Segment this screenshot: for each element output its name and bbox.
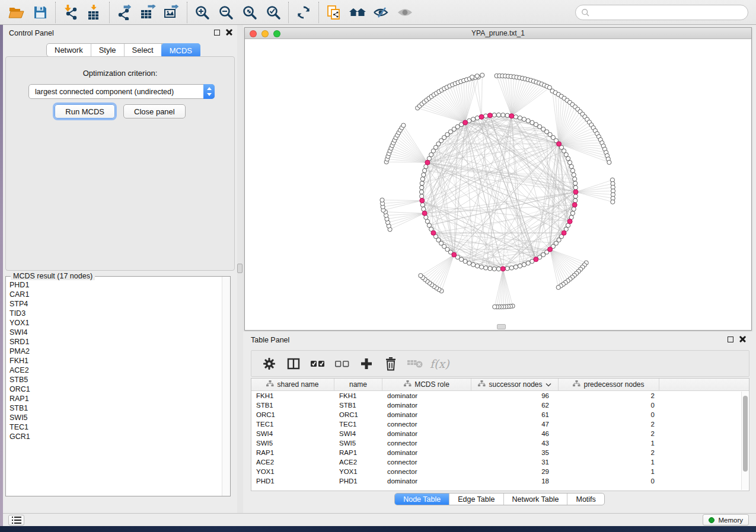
network-window-titlebar[interactable]: YPA_prune.txt_1 bbox=[245, 28, 751, 39]
network-node[interactable] bbox=[467, 261, 471, 265]
zoom-out-button[interactable] bbox=[214, 2, 238, 23]
select-all-button[interactable] bbox=[308, 353, 327, 374]
network-node[interactable] bbox=[505, 267, 509, 271]
network-node[interactable] bbox=[419, 274, 423, 278]
table-row[interactable]: PHD1PHD1dominator180 bbox=[251, 476, 749, 486]
table-cell[interactable]: ORC1 bbox=[251, 411, 334, 418]
table-cell[interactable]: 1 bbox=[559, 440, 659, 447]
table-cell[interactable]: 2 bbox=[559, 421, 659, 428]
network-node[interactable] bbox=[518, 116, 522, 120]
tab-network-table[interactable]: Network Table bbox=[504, 493, 568, 505]
table-cell[interactable]: 61 bbox=[471, 411, 559, 418]
mcds-result-item[interactable]: PHD1 bbox=[6, 280, 222, 290]
table-cell[interactable]: SWI5 bbox=[251, 440, 334, 447]
column-header-mcds-role[interactable]: MCDS role bbox=[382, 379, 471, 390]
network-node[interactable] bbox=[493, 305, 497, 309]
table-row[interactable]: FKH1FKH1dominator962 bbox=[251, 391, 749, 400]
network-hub-node[interactable] bbox=[562, 230, 566, 235]
search-box[interactable] bbox=[575, 5, 748, 20]
network-node[interactable] bbox=[420, 203, 425, 207]
network-node[interactable] bbox=[509, 266, 513, 270]
network-node[interactable] bbox=[573, 194, 578, 198]
network-node[interactable] bbox=[422, 173, 426, 177]
network-node[interactable] bbox=[513, 115, 518, 119]
table-cell[interactable]: 2 bbox=[559, 449, 659, 456]
table-cell[interactable]: 35 bbox=[471, 449, 559, 456]
tab-network[interactable]: Network bbox=[47, 44, 91, 56]
table-cell[interactable]: 46 bbox=[471, 430, 559, 437]
table-cell[interactable]: ACE2 bbox=[251, 459, 334, 466]
network-hub-node[interactable] bbox=[567, 219, 572, 224]
network-node[interactable] bbox=[420, 194, 424, 198]
mcds-result-item[interactable]: GCR1 bbox=[6, 432, 222, 441]
network-node[interactable] bbox=[475, 116, 479, 120]
network-node[interactable] bbox=[496, 267, 500, 271]
table-cell[interactable]: FKH1 bbox=[334, 392, 382, 399]
network-node[interactable] bbox=[569, 165, 573, 169]
network-node[interactable] bbox=[526, 118, 530, 123]
network-hub-node[interactable] bbox=[431, 230, 436, 235]
table-cell[interactable]: 31 bbox=[471, 459, 559, 466]
network-node[interactable] bbox=[611, 200, 615, 204]
split-panel-button[interactable] bbox=[284, 353, 303, 374]
network-hub-node[interactable] bbox=[425, 160, 430, 165]
network-node[interactable] bbox=[427, 223, 431, 227]
network-node[interactable] bbox=[570, 168, 575, 172]
memory-button[interactable]: Memory bbox=[703, 514, 749, 525]
table-row[interactable]: ACE2ACE2connector311 bbox=[251, 457, 749, 467]
table-settings-button[interactable] bbox=[260, 353, 279, 374]
network-node[interactable] bbox=[572, 207, 576, 211]
zoom-in-button[interactable] bbox=[190, 2, 214, 23]
search-input[interactable] bbox=[590, 7, 748, 18]
function-builder-icon[interactable]: f(x) bbox=[430, 357, 449, 370]
table-row[interactable]: ORC1ORC1dominator610 bbox=[251, 410, 749, 419]
table-cell[interactable]: STB1 bbox=[334, 402, 382, 409]
network-hub-node[interactable] bbox=[509, 114, 514, 118]
network-canvas-resize-handle[interactable] bbox=[497, 324, 506, 329]
mcds-result-item[interactable]: STB5 bbox=[6, 375, 222, 384]
table-cell[interactable]: dominator bbox=[382, 392, 471, 399]
table-cell[interactable]: RAP1 bbox=[334, 449, 382, 456]
import-network-button[interactable] bbox=[59, 2, 82, 23]
table-cell[interactable]: 2 bbox=[559, 430, 659, 437]
mcds-result-item[interactable]: RAP1 bbox=[6, 394, 222, 403]
column-header-successor-nodes[interactable]: successor nodes bbox=[471, 379, 559, 390]
mcds-result-item[interactable]: SRD1 bbox=[6, 337, 222, 347]
network-node[interactable] bbox=[471, 117, 476, 121]
network-canvas[interactable] bbox=[245, 39, 751, 330]
tab-edge-table[interactable]: Edge Table bbox=[449, 493, 503, 505]
network-hub-node[interactable] bbox=[557, 142, 562, 146]
network-hub-node[interactable] bbox=[479, 114, 484, 119]
table-cell[interactable]: RAP1 bbox=[251, 449, 334, 456]
network-hub-node[interactable] bbox=[463, 120, 468, 125]
network-hub-node[interactable] bbox=[500, 267, 505, 271]
table-cell[interactable]: SWI4 bbox=[334, 430, 382, 437]
table-cell[interactable]: YOX1 bbox=[334, 468, 382, 475]
table-cell[interactable]: PHD1 bbox=[334, 477, 382, 485]
export-network-button[interactable] bbox=[113, 2, 136, 23]
network-node[interactable] bbox=[484, 266, 488, 270]
mcds-result-item[interactable]: STB1 bbox=[6, 403, 222, 413]
copy-current-style-button[interactable] bbox=[322, 2, 346, 23]
hide-selected-button[interactable] bbox=[369, 2, 393, 23]
close-traffic-light-icon[interactable] bbox=[250, 30, 257, 37]
column-header-predecessor-nodes[interactable]: predecessor nodes bbox=[559, 379, 659, 390]
table-cell[interactable]: connector bbox=[382, 459, 471, 466]
mcds-result-item[interactable]: ORC1 bbox=[6, 384, 222, 394]
table-cell[interactable]: SWI4 bbox=[251, 430, 334, 437]
network-hub-node[interactable] bbox=[573, 190, 578, 194]
table-row[interactable]: YOX1YOX1connector291 bbox=[251, 467, 749, 476]
network-node[interactable] bbox=[475, 264, 479, 268]
table-cell[interactable]: 62 bbox=[471, 402, 559, 409]
network-node[interactable] bbox=[570, 211, 575, 215]
table-cell[interactable]: PHD1 bbox=[251, 477, 334, 485]
float-window-icon[interactable] bbox=[214, 30, 220, 36]
mcds-result-item[interactable]: ACE2 bbox=[6, 366, 222, 375]
save-session-button[interactable] bbox=[28, 2, 52, 23]
tab-motifs[interactable]: Motifs bbox=[567, 493, 604, 505]
network-node[interactable] bbox=[573, 181, 578, 185]
mcds-result-item[interactable]: TID3 bbox=[6, 309, 222, 318]
delete-table-button[interactable] bbox=[406, 353, 425, 374]
network-node[interactable] bbox=[522, 117, 526, 121]
table-cell[interactable]: connector bbox=[382, 468, 471, 475]
